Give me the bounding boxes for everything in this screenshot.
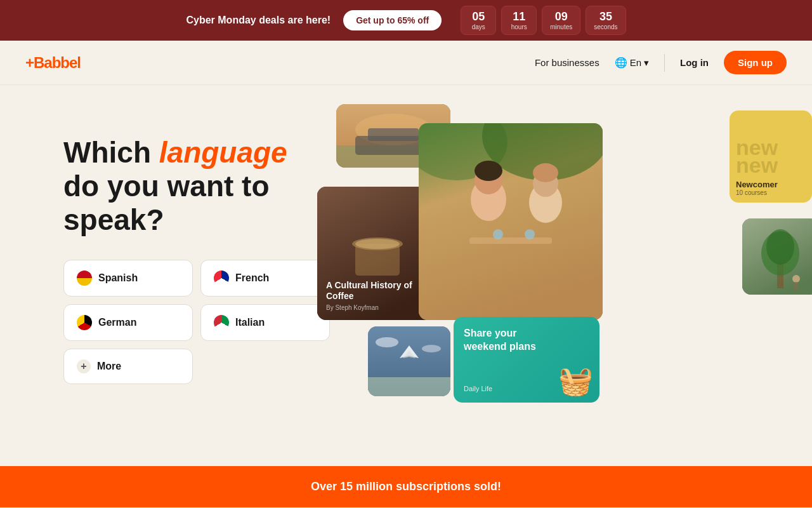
svg-point-20 [533,163,558,182]
language-label-french: French [235,272,269,284]
language-selector[interactable]: 🌐 En ▾ [615,57,649,69]
language-label-italian: Italian [235,317,265,328]
svg-point-30 [766,229,794,265]
navbar: +Babbel For businesses 🌐 En ▾ Log in Sig… [0,41,812,85]
language-label-german: German [98,317,136,328]
weekend-card: Share your weekend plans Daily Life 🧺 [454,317,599,403]
nav-right: For businesses 🌐 En ▾ Log in Sign up [535,51,787,74]
headline-italic: language [159,136,287,169]
svg-point-26 [422,345,441,352]
headline-suffix: do you want to speak? [63,170,270,236]
newcomer-big-text2: new [736,154,806,176]
countdown-seconds: 35 seconds [586,6,625,36]
seconds-label: seconds [594,23,617,30]
hours-value: 11 [509,10,528,24]
flag-french [214,271,229,286]
language-button-italian[interactable]: Italian [200,304,330,341]
basket-icon: 🧺 [558,364,593,398]
svg-point-25 [376,337,398,347]
countdown-days: 05 days [461,6,496,36]
left-column: Which language do you want to speak? Spa… [63,123,330,384]
weekend-card-title: Share your weekend plans [464,327,546,354]
minutes-label: minutes [550,23,572,30]
top-banner: Cyber Monday deals are here! Get up to 6… [0,0,812,41]
svg-point-31 [792,275,800,283]
couple-photo [419,123,603,320]
svg-point-19 [475,161,502,181]
chevron-down-icon: ▾ [644,57,649,69]
plus-icon: + [77,359,91,373]
hero-headline: Which language do you want to speak? [63,136,330,237]
svg-rect-16 [469,237,552,244]
globe-icon: 🌐 [615,57,627,69]
cta-button[interactable]: Get up to 65% off [343,10,442,30]
flag-spanish [77,271,92,286]
more-label: More [97,361,121,372]
language-button-french[interactable]: French [200,260,330,297]
countdown-minutes: 09 minutes [542,6,580,36]
seconds-value: 35 [594,10,617,24]
newcomer-sub: 10 courses [736,189,806,196]
language-grid: Spanish French German Italian + More [63,260,330,384]
hours-label: hours [509,23,528,30]
flag-italian [214,315,229,330]
svg-rect-22 [368,377,450,396]
svg-rect-32 [794,282,798,291]
nav-divider [664,54,665,72]
days-value: 05 [469,10,488,24]
minutes-value: 09 [550,10,572,24]
coffee-card-title: A Cultural History of Coffee [326,280,429,302]
coffee-card-author: By Steph Koyfman [326,304,429,311]
countdown-hours: 11 hours [501,6,537,36]
svg-point-18 [525,229,535,239]
headline-prefix: Which [63,136,159,169]
language-button-spanish[interactable]: Spanish [63,260,193,297]
flag-german [77,315,92,330]
more-languages-button[interactable]: + More [63,349,193,384]
svg-point-17 [493,229,503,239]
svg-rect-4 [368,128,419,141]
for-businesses-link[interactable]: For businesses [535,57,599,68]
signup-button[interactable]: Sign up [724,51,787,74]
lang-label: En [630,57,641,68]
bottom-banner-text: Over 15 million subscriptions sold! [311,480,501,493]
image-collage: A Cultural History of Coffee By Steph Ko… [355,123,774,428]
days-label: days [469,23,488,30]
logo[interactable]: +Babbel [25,54,81,72]
login-button[interactable]: Log in [680,57,709,68]
main-content: Which language do you want to speak? Spa… [0,85,812,466]
newcomer-card: new new Newcomer 10 courses [730,110,812,203]
svg-point-8 [355,239,400,249]
newcomer-label: Newcomer [736,180,806,189]
nature-photo [742,218,812,295]
banner-text: Cyber Monday deals are here! [186,15,331,26]
language-button-german[interactable]: German [63,304,193,341]
bottom-banner: Over 15 million subscriptions sold! [0,466,812,507]
countdown: 05 days 11 hours 09 minutes 35 seconds [461,6,625,36]
plane-photo [368,326,450,396]
language-label-spanish: Spanish [98,272,138,284]
